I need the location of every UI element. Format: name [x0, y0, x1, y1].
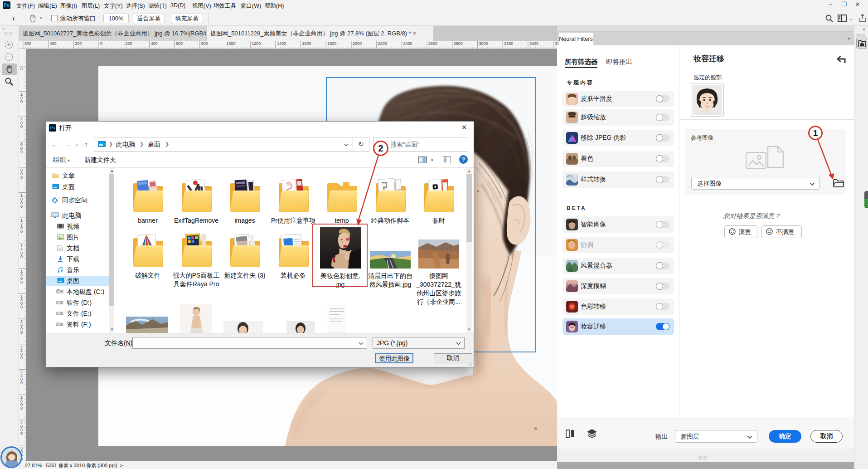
- svg-text:2200: 2200: [378, 41, 387, 46]
- svg-text:2: 2: [378, 143, 383, 153]
- svg-text:2800: 2800: [454, 41, 463, 46]
- svg-text:0: 0: [20, 124, 23, 129]
- svg-text:1200: 1200: [252, 41, 261, 46]
- svg-text:0: 0: [20, 254, 23, 259]
- svg-text:1800: 1800: [327, 41, 336, 46]
- svg-text:0: 0: [20, 356, 23, 360]
- svg-text:2400: 2400: [403, 41, 412, 46]
- svg-text:0: 0: [20, 431, 23, 436]
- svg-text:0: 0: [20, 150, 23, 154]
- svg-text:2000: 2000: [353, 41, 362, 46]
- svg-text:0: 0: [20, 280, 23, 284]
- svg-text:2600: 2600: [428, 41, 437, 46]
- svg-text:3000: 3000: [479, 41, 488, 46]
- svg-text:400: 400: [50, 41, 57, 46]
- svg-text:3400: 3400: [529, 41, 538, 46]
- svg-text:1000: 1000: [227, 41, 236, 46]
- svg-text:1: 1: [813, 128, 818, 138]
- svg-text:3200: 3200: [504, 41, 513, 46]
- svg-text:0: 0: [20, 204, 23, 209]
- svg-text:0: 0: [20, 175, 23, 180]
- svg-text:0: 0: [20, 99, 23, 104]
- svg-text:200: 200: [126, 41, 132, 46]
- svg-text:1600: 1600: [302, 41, 311, 46]
- svg-text:0: 0: [20, 406, 23, 410]
- svg-text:200: 200: [75, 41, 82, 46]
- svg-text:0: 0: [100, 41, 102, 46]
- svg-text:600: 600: [24, 41, 31, 46]
- svg-text:400: 400: [150, 41, 157, 46]
- svg-text:600: 600: [176, 41, 183, 46]
- svg-text:1400: 1400: [277, 41, 286, 46]
- svg-text:0: 0: [20, 229, 23, 234]
- svg-text:0: 0: [20, 381, 23, 385]
- svg-text:800: 800: [201, 41, 208, 46]
- svg-text:0: 0: [20, 67, 23, 71]
- svg-text:0: 0: [20, 305, 23, 309]
- svg-text:0: 0: [20, 330, 23, 335]
